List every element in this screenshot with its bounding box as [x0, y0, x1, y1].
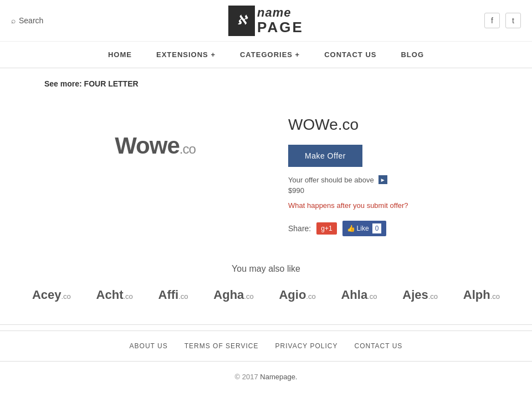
footer-link-about[interactable]: ABOUT US: [130, 342, 168, 350]
logo-page: PAGE: [257, 19, 304, 35]
footer-link-privacy[interactable]: PRIVACY POLICY: [275, 342, 338, 350]
search-area[interactable]: ⌕ Search: [11, 16, 78, 25]
domain-name-1: Acht: [96, 288, 124, 302]
search-label: Search: [19, 16, 43, 25]
also-like-title: You may also like: [22, 264, 510, 274]
domain-tld-4: .co: [306, 292, 315, 301]
footer-copyright: © 2017 Namepage.: [0, 362, 532, 392]
offer-hint-text: Your offer should be above: [288, 176, 374, 184]
nav-item-home[interactable]: HOME: [96, 42, 144, 68]
fb-thumbs-icon: 👍: [347, 225, 355, 232]
domain-name-5: Ahla: [341, 288, 367, 302]
main-nav: HOME EXTENSIONS + CATEGORIES + CONTACT U…: [0, 42, 532, 68]
logo[interactable]: ℵ name PAGE: [228, 6, 304, 36]
domain-grid: Acey.co Acht.co Affi.co Agha.co Agio.co …: [22, 288, 510, 302]
list-item[interactable]: Affi.co: [158, 288, 188, 302]
copyright-brand[interactable]: Namepage.: [260, 373, 297, 381]
domain-logo-name: Wowe: [115, 133, 180, 159]
social-icons: f t: [454, 13, 521, 28]
domain-tld-1: .co: [123, 292, 132, 301]
logo-icon-letter: ℵ: [237, 13, 246, 28]
domain-logo-tld: .co: [180, 141, 196, 156]
offer-hint-row: Your offer should be above ►: [288, 175, 488, 184]
list-item[interactable]: Ajes.co: [402, 288, 438, 302]
gplus-button[interactable]: g+1: [316, 222, 336, 235]
domain-name-3: Agha: [213, 288, 244, 302]
nav-item-contact[interactable]: CONTACT US: [312, 42, 388, 68]
fb-like-count: 0: [372, 223, 382, 234]
facebook-like-button[interactable]: 👍 Like 0: [342, 221, 387, 236]
domain-name-6: Ajes: [402, 288, 428, 302]
what-happens-link[interactable]: What happens after you submit offer?: [288, 201, 488, 210]
domain-tld-3: .co: [244, 292, 253, 301]
breadcrumb: See more: FOUR LETTER: [0, 68, 532, 99]
domain-tld-2: .co: [178, 292, 188, 301]
domain-logo-display: Wowe.co: [115, 133, 196, 159]
also-like-section: You may also like Acey.co Acht.co Affi.c…: [0, 253, 532, 319]
domain-tld-0: .co: [61, 292, 70, 301]
logo-name: name: [257, 6, 304, 19]
list-item[interactable]: Acey.co: [32, 288, 71, 302]
footer-links: ABOUT US TERMS OF SERVICE PRIVACY POLICY…: [0, 330, 532, 362]
make-offer-button[interactable]: Make Offer: [288, 145, 362, 167]
share-row: Share: g+1 👍 Like 0: [288, 221, 488, 236]
footer-divider: [0, 324, 532, 325]
fb-like-label: Like: [357, 225, 369, 232]
list-item[interactable]: Ahla.co: [341, 288, 377, 302]
twitter-icon[interactable]: t: [505, 13, 521, 28]
breadcrumb-prefix: See more:: [44, 79, 82, 88]
facebook-icon[interactable]: f: [484, 13, 500, 28]
nav-item-blog[interactable]: BLOG: [388, 42, 436, 68]
arrow-icon: ►: [378, 175, 387, 184]
main-content: Wowe.co WOWe.co Make Offer Your offer sh…: [0, 99, 532, 253]
list-item[interactable]: Agio.co: [279, 288, 315, 302]
nav-item-categories[interactable]: CATEGORIES +: [228, 42, 312, 68]
list-item[interactable]: Acht.co: [96, 288, 133, 302]
domain-name-2: Affi: [158, 288, 179, 302]
list-item[interactable]: Agha.co: [213, 288, 253, 302]
nav-item-extensions[interactable]: EXTENSIONS +: [144, 42, 228, 68]
footer-link-terms[interactable]: TERMS OF SERVICE: [185, 342, 259, 350]
offer-price: $990: [288, 186, 488, 195]
domain-info: WOWe.co Make Offer Your offer should be …: [288, 110, 488, 242]
domain-title: WOWe.co: [288, 116, 488, 134]
footer-link-contact[interactable]: CONTACT US: [354, 342, 402, 350]
domain-name-7: Alph: [463, 288, 490, 302]
list-item[interactable]: Alph.co: [463, 288, 500, 302]
domain-name-0: Acey: [32, 288, 62, 302]
domain-name-4: Agio: [279, 288, 306, 302]
share-label: Share:: [288, 224, 311, 233]
domain-logo-area: Wowe.co: [44, 110, 266, 181]
copyright-year: © 2017: [235, 373, 258, 381]
domain-tld-5: .co: [367, 292, 377, 301]
gplus-label: g+1: [321, 225, 332, 232]
domain-tld-6: .co: [428, 292, 438, 301]
domain-tld-7: .co: [490, 292, 500, 301]
breadcrumb-link[interactable]: FOUR LETTER: [84, 79, 139, 88]
header: ⌕ Search ℵ name PAGE f t: [0, 0, 532, 42]
logo-text: name PAGE: [257, 6, 304, 35]
search-icon: ⌕: [11, 16, 16, 25]
logo-icon-box: ℵ: [228, 6, 255, 36]
